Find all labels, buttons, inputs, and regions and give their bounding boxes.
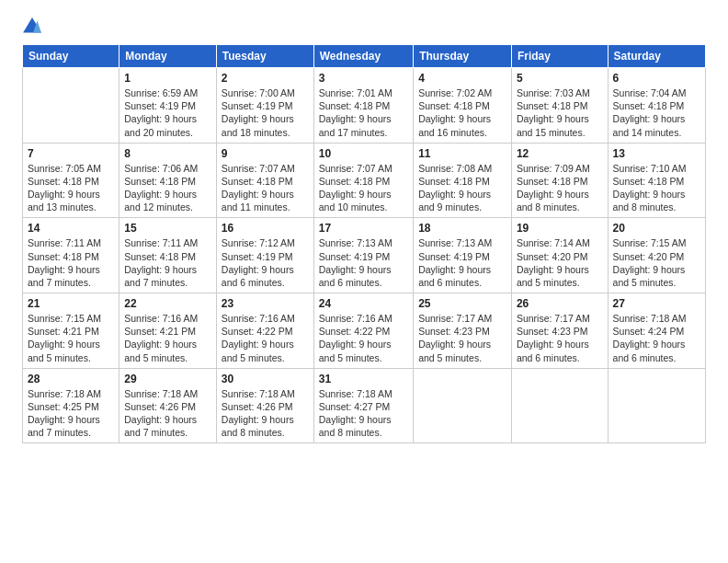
calendar-cell: 29Sunrise: 7:18 AMSunset: 4:26 PMDayligh… [119,368,217,443]
day-number: 16 [222,222,309,235]
day-number: 22 [124,297,211,310]
cell-info: Sunrise: 7:16 AMSunset: 4:21 PMDaylight:… [124,312,211,364]
logo [22,17,44,37]
cell-info: Sunrise: 7:18 AMSunset: 4:24 PMDaylight:… [613,312,700,364]
page: SundayMondayTuesdayWednesdayThursdayFrid… [0,0,728,453]
logo-icon [22,17,42,37]
day-number: 1 [124,72,211,85]
cell-info: Sunrise: 7:07 AMSunset: 4:18 PMDaylight:… [222,162,309,214]
cell-info: Sunrise: 6:59 AMSunset: 4:19 PMDaylight:… [124,86,211,139]
day-number: 17 [319,222,408,235]
cell-info: Sunrise: 7:02 AMSunset: 4:18 PMDaylight:… [418,86,506,139]
cell-info: Sunrise: 7:00 AMSunset: 4:19 PMDaylight:… [222,86,309,139]
day-number: 11 [418,147,506,160]
calendar-cell: 20Sunrise: 7:15 AMSunset: 4:20 PMDayligh… [608,218,705,293]
calendar-cell: 9Sunrise: 7:07 AMSunset: 4:18 PMDaylight… [216,143,313,218]
cell-info: Sunrise: 7:09 AMSunset: 4:18 PMDaylight:… [517,162,603,214]
day-number: 14 [28,222,114,235]
day-number: 20 [613,222,700,235]
cell-info: Sunrise: 7:15 AMSunset: 4:20 PMDaylight:… [613,236,700,289]
day-number: 29 [124,373,211,385]
cell-info: Sunrise: 7:16 AMSunset: 4:22 PMDaylight:… [222,312,309,364]
cell-info: Sunrise: 7:04 AMSunset: 4:18 PMDaylight:… [613,86,700,139]
day-header-tuesday: Tuesday [216,45,313,68]
day-number: 13 [613,147,700,160]
cell-info: Sunrise: 7:18 AMSunset: 4:25 PMDaylight:… [28,387,114,440]
calendar-cell: 27Sunrise: 7:18 AMSunset: 4:24 PMDayligh… [608,293,705,369]
day-number: 7 [28,147,114,160]
calendar-table: SundayMondayTuesdayWednesdayThursdayFrid… [22,44,706,443]
day-number: 21 [28,297,114,310]
calendar-cell: 1Sunrise: 6:59 AMSunset: 4:19 PMDaylight… [119,68,217,144]
calendar-cell: 31Sunrise: 7:18 AMSunset: 4:27 PMDayligh… [313,368,413,443]
cell-info: Sunrise: 7:03 AMSunset: 4:18 PMDaylight:… [517,86,603,139]
calendar-cell: 17Sunrise: 7:13 AMSunset: 4:19 PMDayligh… [313,218,413,293]
week-row-2: 7Sunrise: 7:05 AMSunset: 4:18 PMDaylight… [23,143,706,218]
day-header-sunday: Sunday [23,45,119,68]
week-row-3: 14Sunrise: 7:11 AMSunset: 4:18 PMDayligh… [23,218,706,293]
day-number: 10 [319,147,408,160]
cell-info: Sunrise: 7:08 AMSunset: 4:18 PMDaylight:… [418,162,506,214]
day-number: 9 [222,147,309,160]
cell-info: Sunrise: 7:01 AMSunset: 4:18 PMDaylight:… [319,86,408,139]
calendar-cell: 3Sunrise: 7:01 AMSunset: 4:18 PMDaylight… [313,68,413,144]
calendar-cell [23,68,119,144]
calendar-cell: 24Sunrise: 7:16 AMSunset: 4:22 PMDayligh… [313,293,413,369]
day-header-thursday: Thursday [414,45,512,68]
cell-info: Sunrise: 7:12 AMSunset: 4:19 PMDaylight:… [222,236,309,289]
day-number: 27 [613,297,700,310]
day-number: 25 [418,297,506,310]
calendar-cell: 6Sunrise: 7:04 AMSunset: 4:18 PMDaylight… [608,68,705,144]
cell-info: Sunrise: 7:13 AMSunset: 4:19 PMDaylight:… [319,236,408,289]
cell-info: Sunrise: 7:11 AMSunset: 4:18 PMDaylight:… [124,236,211,289]
calendar-cell: 22Sunrise: 7:16 AMSunset: 4:21 PMDayligh… [119,293,217,369]
day-number: 30 [222,373,309,385]
calendar-cell: 8Sunrise: 7:06 AMSunset: 4:18 PMDaylight… [119,143,217,218]
day-number: 5 [517,72,603,85]
day-header-saturday: Saturday [608,45,705,68]
week-row-1: 1Sunrise: 6:59 AMSunset: 4:19 PMDaylight… [23,68,706,144]
calendar-cell: 25Sunrise: 7:17 AMSunset: 4:23 PMDayligh… [414,293,512,369]
day-number: 2 [222,72,309,85]
calendar-cell: 16Sunrise: 7:12 AMSunset: 4:19 PMDayligh… [216,218,313,293]
day-number: 31 [319,373,408,385]
calendar-cell: 5Sunrise: 7:03 AMSunset: 4:18 PMDaylight… [511,68,608,144]
cell-info: Sunrise: 7:13 AMSunset: 4:19 PMDaylight:… [418,236,506,289]
day-number: 6 [613,72,700,85]
calendar-cell: 4Sunrise: 7:02 AMSunset: 4:18 PMDaylight… [414,68,512,144]
day-number: 12 [517,147,603,160]
calendar-cell [608,368,705,443]
calendar-cell: 11Sunrise: 7:08 AMSunset: 4:18 PMDayligh… [414,143,512,218]
day-number: 18 [418,222,506,235]
cell-info: Sunrise: 7:10 AMSunset: 4:18 PMDaylight:… [613,162,700,214]
day-header-wednesday: Wednesday [313,45,413,68]
cell-info: Sunrise: 7:17 AMSunset: 4:23 PMDaylight:… [418,312,506,364]
calendar-cell: 28Sunrise: 7:18 AMSunset: 4:25 PMDayligh… [23,368,119,443]
week-row-4: 21Sunrise: 7:15 AMSunset: 4:21 PMDayligh… [23,293,706,369]
cell-info: Sunrise: 7:17 AMSunset: 4:23 PMDaylight:… [517,312,603,364]
day-number: 3 [319,72,408,85]
calendar-cell: 2Sunrise: 7:00 AMSunset: 4:19 PMDaylight… [216,68,313,144]
header-row: SundayMondayTuesdayWednesdayThursdayFrid… [23,45,706,68]
calendar-cell: 18Sunrise: 7:13 AMSunset: 4:19 PMDayligh… [414,218,512,293]
cell-info: Sunrise: 7:05 AMSunset: 4:18 PMDaylight:… [28,162,114,214]
cell-info: Sunrise: 7:15 AMSunset: 4:21 PMDaylight:… [28,312,114,364]
day-number: 28 [28,373,114,385]
header [22,17,706,37]
day-number: 4 [418,72,506,85]
cell-info: Sunrise: 7:18 AMSunset: 4:26 PMDaylight:… [222,387,309,440]
calendar-cell: 12Sunrise: 7:09 AMSunset: 4:18 PMDayligh… [511,143,608,218]
calendar-cell: 26Sunrise: 7:17 AMSunset: 4:23 PMDayligh… [511,293,608,369]
day-header-friday: Friday [511,45,608,68]
day-number: 8 [124,147,211,160]
calendar-cell [414,368,512,443]
calendar-cell: 14Sunrise: 7:11 AMSunset: 4:18 PMDayligh… [23,218,119,293]
calendar-cell: 10Sunrise: 7:07 AMSunset: 4:18 PMDayligh… [313,143,413,218]
day-header-monday: Monday [119,45,217,68]
day-number: 26 [517,297,603,310]
week-row-5: 28Sunrise: 7:18 AMSunset: 4:25 PMDayligh… [23,368,706,443]
day-number: 23 [222,297,309,310]
calendar-cell: 13Sunrise: 7:10 AMSunset: 4:18 PMDayligh… [608,143,705,218]
calendar-cell: 19Sunrise: 7:14 AMSunset: 4:20 PMDayligh… [511,218,608,293]
cell-info: Sunrise: 7:11 AMSunset: 4:18 PMDaylight:… [28,236,114,289]
